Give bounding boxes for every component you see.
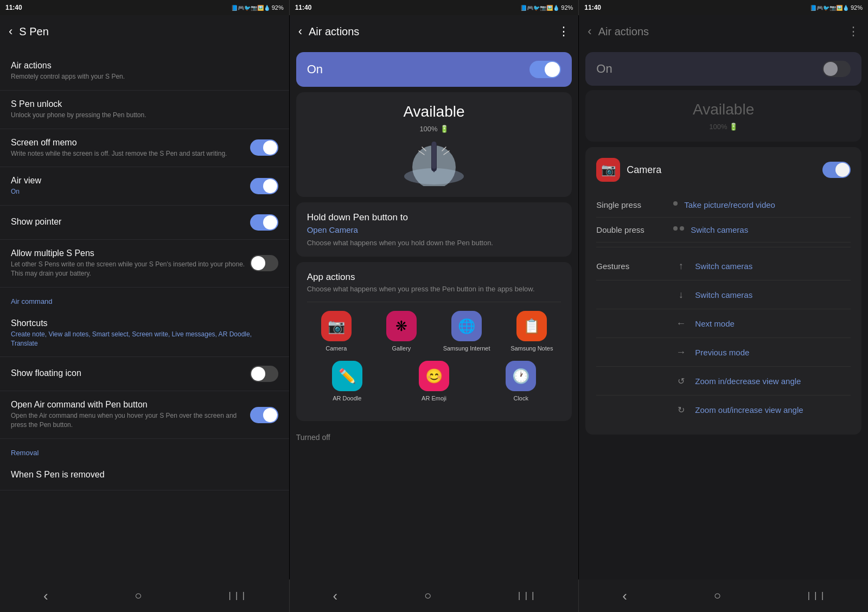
setting-multiple-spens[interactable]: Allow multiple S Pens Let other S Pens w… xyxy=(0,240,289,288)
status-icons-screen2: 📘🎮🐦📷🖼️💧 92% xyxy=(520,4,573,11)
double-press-value[interactable]: Switch cameras xyxy=(691,225,851,234)
camera-toggle[interactable] xyxy=(822,162,851,178)
section-header-air-command: Air command xyxy=(0,288,289,310)
setting-title-floating-icon: Show floating icon xyxy=(11,368,250,378)
toggle-screen-off-memo[interactable] xyxy=(250,139,278,156)
bottom-nav-screen2: ‹ ○ | | | xyxy=(290,579,579,612)
back-button-3[interactable]: ‹ xyxy=(611,583,638,609)
on-toggle-card[interactable]: On xyxy=(296,52,572,87)
camera-detail-content: On Available 100% 🔋 xyxy=(579,48,868,579)
hold-down-title: Hold down Pen button to xyxy=(307,212,561,223)
toggle-air-view[interactable] xyxy=(250,178,278,194)
single-press-row: Single press Take picture/record video xyxy=(596,193,851,218)
back-button-2[interactable]: ‹ xyxy=(322,583,349,609)
camera-detail-title: Air actions xyxy=(598,25,841,38)
camera-detail-back-button[interactable]: ‹ xyxy=(588,24,591,39)
setting-title-shortcuts: Shortcuts xyxy=(11,318,278,328)
toggle-multiple-spens[interactable] xyxy=(250,255,278,271)
spen-title: S Pen xyxy=(19,25,280,38)
setting-shortcuts[interactable]: Shortcuts Create note, View all notes, S… xyxy=(0,310,289,358)
setting-air-actions[interactable]: Air actions Remotely control apps with y… xyxy=(0,52,289,91)
hold-down-link[interactable]: Open Camera xyxy=(307,225,561,234)
recents-button-1[interactable]: | | | xyxy=(218,586,256,605)
camera-header: 📷 Camera xyxy=(596,158,851,182)
setting-subtitle-open-air-command: Open the Air command menu when you hover… xyxy=(11,411,250,430)
app-item-ar-emoji[interactable]: 😊 AR Emoji xyxy=(394,361,474,402)
clock-app-icon: 🕐 xyxy=(506,361,536,391)
app-item-samsung-notes[interactable]: 📋 Samsung Notes xyxy=(502,311,561,352)
toggle-floating-icon[interactable] xyxy=(250,366,278,382)
home-button-1[interactable]: ○ xyxy=(124,584,152,607)
double-press-row: Double press Switch cameras xyxy=(596,218,851,243)
status-bar-screen2: 11:40 📘🎮🐦📷🖼️💧 92% xyxy=(290,0,579,15)
app-item-gallery[interactable]: ❋ Gallery xyxy=(372,311,431,352)
single-press-value[interactable]: Take picture/record video xyxy=(684,200,851,209)
gesture-up-value[interactable]: Switch cameras xyxy=(695,262,752,271)
home-button-3[interactable]: ○ xyxy=(703,584,732,607)
gesture-zoom-out-value[interactable]: Zoom out/increase view angle xyxy=(695,405,803,415)
screen-air-actions: ‹ Air actions ⋮ On Available 100% xyxy=(290,15,579,579)
gesture-down-icon: ↓ xyxy=(673,287,688,302)
air-actions-back-button[interactable]: ‹ xyxy=(298,24,302,39)
gesture-row-zoom-out: ↻ Zoom out/increase view angle xyxy=(596,396,851,424)
camera-detail-card: 📷 Camera Single press Take pictu xyxy=(585,147,861,435)
gestures-label: Gestures xyxy=(596,262,667,271)
app-item-camera[interactable]: 📷 Camera xyxy=(307,311,366,352)
camera-app-icon-large: 📷 xyxy=(596,158,620,182)
setting-subtitle-multiple-spens: Let other S Pens write on the screen whi… xyxy=(11,260,250,278)
setting-open-air-command[interactable]: Open Air command with Pen button Open th… xyxy=(0,391,289,439)
spen-back-button[interactable]: ‹ xyxy=(9,24,12,39)
home-button-2[interactable]: ○ xyxy=(413,584,442,607)
gesture-right-icon: → xyxy=(673,345,688,360)
recents-button-3[interactable]: | | | xyxy=(797,586,835,605)
on-toggle-switch[interactable] xyxy=(529,61,561,78)
setting-subtitle-spen-unlock: Unlock your phone by pressing the Pen bu… xyxy=(11,111,278,120)
setting-floating-icon[interactable]: Show floating icon xyxy=(0,357,289,391)
gesture-row-left: ← Next mode xyxy=(596,309,851,338)
on-toggle-switch-dimmed[interactable] xyxy=(822,61,851,77)
setting-air-view[interactable]: Air view On xyxy=(0,167,289,206)
hold-down-card[interactable]: Hold down Pen button to Open Camera Choo… xyxy=(296,202,572,257)
bottom-nav-screen1: ‹ ○ | | | xyxy=(0,579,290,612)
ar-doodle-app-icon: ✏️ xyxy=(332,361,362,391)
back-button-1[interactable]: ‹ xyxy=(33,583,59,609)
spen-nav: ‹ S Pen xyxy=(0,15,289,48)
camera-detail-menu-button[interactable]: ⋮ xyxy=(847,24,859,39)
gesture-zoom-in-value[interactable]: Zoom in/decrease view angle xyxy=(695,377,801,386)
air-actions-menu-button[interactable]: ⋮ xyxy=(558,24,570,39)
app-item-clock[interactable]: 🕐 Clock xyxy=(481,361,561,402)
camera-name: Camera xyxy=(627,164,661,176)
app-item-ar-doodle[interactable]: ✏️ AR Doodle xyxy=(307,361,387,402)
setting-title-air-view: Air view xyxy=(11,176,250,186)
gesture-zoom-out-icon: ↻ xyxy=(673,402,688,417)
setting-when-removed[interactable]: When S Pen is removed xyxy=(0,461,289,490)
setting-screen-off-memo[interactable]: Screen off memo Write notes while the sc… xyxy=(0,129,289,168)
toggle-open-air-command[interactable] xyxy=(250,407,278,423)
setting-title-when-removed: When S Pen is removed xyxy=(11,470,278,480)
gesture-left-icon: ← xyxy=(673,316,688,331)
pen-illustration xyxy=(401,137,467,186)
setting-title-multiple-spens: Allow multiple S Pens xyxy=(11,248,250,258)
setting-title-air-actions: Air actions xyxy=(11,61,278,71)
recents-button-2[interactable]: | | | xyxy=(507,586,546,605)
setting-title-open-air-command: Open Air command with Pen button xyxy=(11,400,250,410)
toggle-show-pointer[interactable] xyxy=(250,214,278,231)
setting-show-pointer[interactable]: Show pointer xyxy=(0,206,289,240)
gesture-right-value[interactable]: Previous mode xyxy=(695,348,749,357)
gesture-down-value[interactable]: Switch cameras xyxy=(695,290,752,299)
single-press-label: Single press xyxy=(596,200,667,209)
air-actions-content: On Available 100% 🔋 xyxy=(290,48,579,579)
gesture-left-value[interactable]: Next mode xyxy=(695,319,735,328)
camera-app-name: Camera xyxy=(326,345,347,352)
app-actions-card: App actions Choose what happens when you… xyxy=(296,262,572,421)
app-grid-2: ✏️ AR Doodle 😊 AR Emoji 🕐 Clock xyxy=(307,361,561,402)
app-actions-desc: Choose what happens when you press the P… xyxy=(307,285,561,293)
available-subtitle: 100% 🔋 xyxy=(419,125,448,133)
time-screen1: 11:40 xyxy=(5,4,22,11)
gallery-app-icon: ❋ xyxy=(386,311,417,341)
app-item-samsung-internet[interactable]: 🌐 Samsung Internet xyxy=(437,311,496,352)
setting-spen-unlock[interactable]: S Pen unlock Unlock your phone by pressi… xyxy=(0,91,289,129)
section-header-removal: Removal xyxy=(0,439,289,461)
app-grid: 📷 Camera ❋ Gallery 🌐 Samsung Internet xyxy=(307,311,561,352)
svg-rect-3 xyxy=(432,142,436,169)
